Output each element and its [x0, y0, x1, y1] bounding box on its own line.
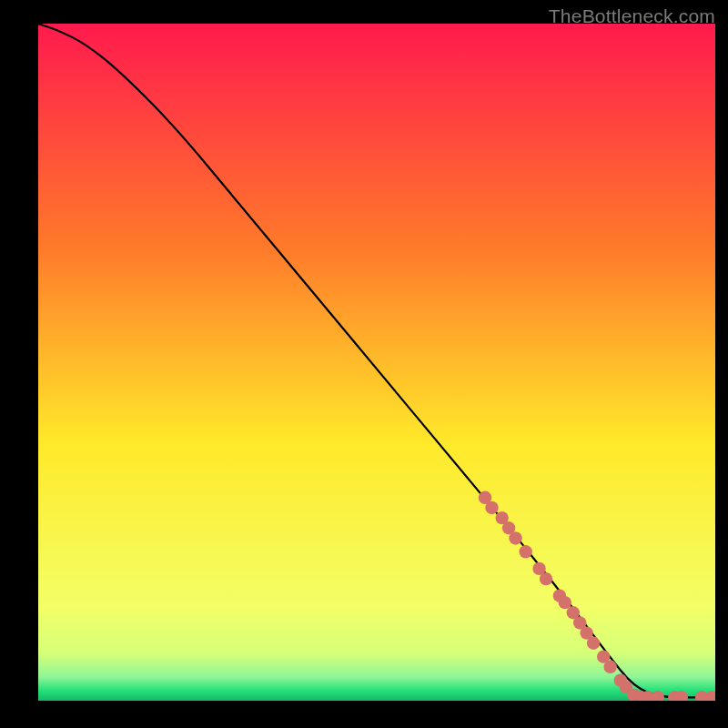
data-marker — [559, 596, 571, 609]
chart-frame — [38, 24, 715, 701]
data-marker — [509, 531, 521, 544]
chart-plot — [38, 24, 715, 701]
data-marker — [540, 572, 552, 585]
data-marker — [587, 637, 600, 650]
gradient-background — [38, 24, 715, 701]
data-marker — [519, 545, 531, 558]
data-marker — [603, 661, 616, 673]
data-marker — [485, 501, 498, 514]
